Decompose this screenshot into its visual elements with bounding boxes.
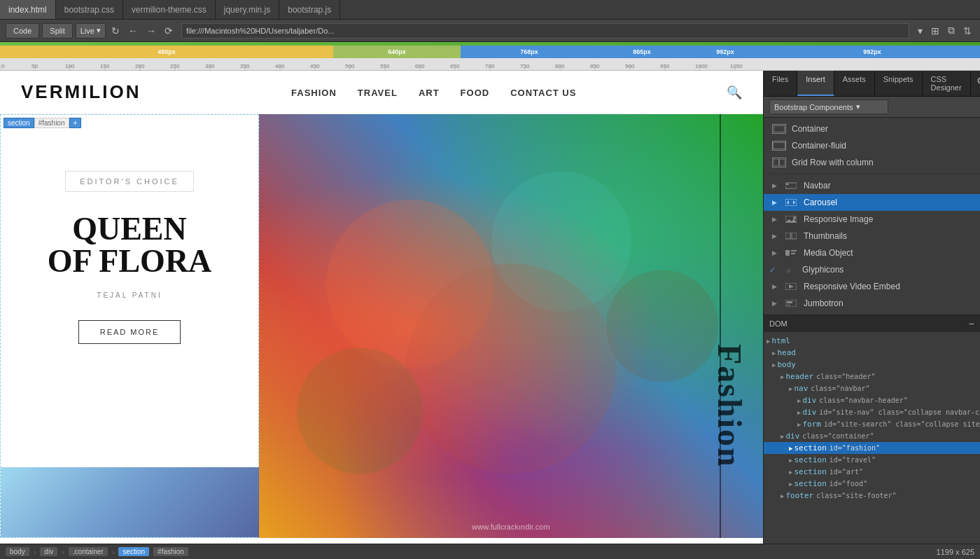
responsive-image-icon [784, 214, 798, 224]
component-container-fluid[interactable]: Container-fluid [764, 137, 980, 154]
video-embed-icon [784, 282, 798, 291]
preview-pane: VERMILION FASHION TRAVEL ART FOOD CONTAC… [0, 71, 763, 544]
tab-index-html[interactable]: index.html [0, 0, 56, 19]
tab-insert[interactable]: Insert [797, 71, 834, 96]
forward-icon[interactable]: → [144, 24, 159, 38]
article-author: TEJAL PATNI [97, 291, 162, 299]
component-media-object[interactable]: ▶ Media Object [764, 244, 980, 261]
dom-node-body[interactable]: ▶ body [764, 359, 980, 371]
breadcrumb-fashion[interactable]: #fashion [153, 547, 188, 556]
breadcrumb-div[interactable]: div [40, 547, 57, 556]
component-navbar[interactable]: ▶ Navbar [764, 177, 980, 194]
svg-text:350: 350 [240, 63, 250, 69]
breadcrumb-section[interactable]: section [118, 547, 149, 556]
tab-bootstrap-css[interactable]: bootstrap.css [56, 0, 123, 19]
bp-768[interactable]: 768px [461, 46, 598, 58]
tab-vermilion-css[interactable]: vermilion-theme.css [123, 0, 216, 19]
dom-node-nav[interactable]: ▶ nav class="navbar" [764, 382, 980, 394]
right-panel: Files Insert Assets Snippets CSS Designe… [763, 71, 980, 544]
bp-480[interactable]: 480px [0, 46, 333, 58]
breadcrumb-body[interactable]: body [6, 547, 29, 556]
sync-icon[interactable]: ⇅ [960, 24, 974, 38]
dom-node-section-art[interactable]: ▶ section id="art" [764, 466, 980, 478]
dom-node-header[interactable]: ▶ header class="header" [764, 371, 980, 382]
section-tag-id: #fashion [34, 118, 69, 128]
live-button[interactable]: Live ▾ [76, 23, 106, 39]
component-responsive-image[interactable]: ▶ Responsive Image [764, 211, 980, 228]
nav-item-fashion[interactable]: FASHION [291, 86, 337, 99]
dom-node-html[interactable]: ▶ html [764, 335, 980, 347]
dom-node-div-site-nav[interactable]: ▶ div id="site-nav" class="collapse navb… [764, 406, 980, 418]
read-more-button[interactable]: READ MORE [78, 320, 181, 344]
nav-item-contact[interactable]: CONTACT US [510, 86, 576, 99]
tab-css-designer[interactable]: CSS Designer [923, 71, 971, 96]
svg-text:0: 0 [1, 63, 5, 69]
nav-item-art[interactable]: ART [419, 86, 440, 99]
source-code-button[interactable]: Code [6, 23, 39, 39]
tab-bootstrap-js[interactable]: bootstrap.js [279, 0, 340, 19]
split-button[interactable]: Split [42, 23, 72, 39]
component-grid-row[interactable]: Grid Row with column [764, 154, 980, 171]
dom-node-head[interactable]: ▶ head [764, 347, 980, 359]
tab-label-4: jquery.min.js [224, 5, 270, 15]
svg-rect-70 [787, 301, 792, 303]
svg-rect-64 [791, 250, 797, 251]
dom-node-footer[interactable]: ▶ footer class="site-footer" [764, 490, 980, 502]
dom-close-button[interactable]: − [969, 318, 974, 329]
divider-1 [764, 174, 980, 174]
reload-icon[interactable]: ⟳ [162, 24, 176, 38]
dropdown-icon[interactable]: ▾ [915, 24, 925, 38]
component-container[interactable]: Container [764, 120, 980, 137]
tab-assets[interactable]: Assets [834, 71, 875, 96]
svg-text:650: 650 [450, 63, 460, 69]
dom-node-div-container[interactable]: ▶ div class="container" [764, 430, 980, 442]
dom-tree[interactable]: ▶ html ▶ head ▶ body ▶ header class="he [764, 332, 980, 544]
nav-item-travel[interactable]: TRAVEL [358, 86, 398, 99]
breadcrumb-container[interactable]: .container [69, 547, 108, 556]
chevron-down-icon: ▾ [856, 102, 860, 111]
site-menu: FASHION TRAVEL ART FOOD CONTACT US [291, 86, 576, 99]
svg-rect-61 [785, 233, 790, 239]
tab-snippets[interactable]: Snippets [875, 71, 923, 96]
component-video-embed[interactable]: ▶ Responsive Video Embed [764, 278, 980, 295]
svg-text:450: 450 [310, 63, 320, 69]
tab-files[interactable]: Files [764, 71, 797, 96]
search-icon[interactable]: 🔍 [727, 85, 742, 100]
component-glyphicons[interactable]: ✓ ☺ Glyphicons [764, 261, 980, 278]
components-dropdown[interactable]: Bootstrap Components ▾ [769, 99, 888, 114]
svg-text:500: 500 [345, 63, 355, 69]
settings-icon[interactable]: ⊞ [928, 24, 942, 38]
component-carousel[interactable]: ▶ Carousel [764, 194, 980, 211]
dom-node-section-food[interactable]: ▶ section id="food" [764, 478, 980, 490]
canvas-dimensions: 1199 x 625 [937, 548, 974, 556]
svg-text:950: 950 [660, 63, 670, 69]
svg-text:150: 150 [100, 63, 110, 69]
bp-865[interactable]: 865px [598, 46, 686, 58]
video-arrow-icon: ▶ [772, 283, 777, 290]
refresh-icon[interactable]: ↻ [108, 24, 122, 38]
tab-jquery[interactable]: jquery.min.js [216, 0, 279, 19]
dom-node-div-navbar-header[interactable]: ▶ div class="navbar-header" [764, 394, 980, 406]
carousel-icon [784, 198, 798, 207]
back-icon[interactable]: ← [125, 24, 141, 38]
dom-node-form-search[interactable]: ▶ form id="site-search" class="collapse … [764, 418, 980, 430]
bp-992[interactable]: 992px [686, 46, 764, 58]
filter-icon[interactable]: ⚙ [971, 71, 980, 96]
bp-640[interactable]: 640px [333, 46, 461, 58]
thumbnail-strip [1, 467, 260, 537]
bp-992b[interactable]: 992px [764, 46, 980, 58]
section-tag-plus[interactable]: + [69, 118, 82, 128]
status-bar: body › div › .container › section #fashi… [0, 544, 980, 559]
pattern-overlay [259, 114, 763, 538]
glyphicons-icon: ☺ [783, 265, 797, 275]
multiscreen-icon[interactable]: ⧉ [945, 23, 958, 38]
dom-node-section-fashion[interactable]: ▶ section id="fashion" [764, 442, 980, 454]
component-jumbotron[interactable]: ▶ Jumbotron [764, 295, 980, 312]
address-bar[interactable] [181, 23, 909, 39]
dom-node-section-travel[interactable]: ▶ section id="travel" [764, 454, 980, 466]
svg-rect-49 [774, 125, 785, 132]
fashion-text-panel: EDITOR'S CHOICE QUEEN OF FLORA TEJAL PAT… [0, 114, 259, 538]
component-label-grid-row: Grid Row with column [792, 158, 874, 167]
nav-item-food[interactable]: FOOD [461, 86, 490, 99]
component-thumbnails[interactable]: ▶ Thumbnails [764, 228, 980, 244]
